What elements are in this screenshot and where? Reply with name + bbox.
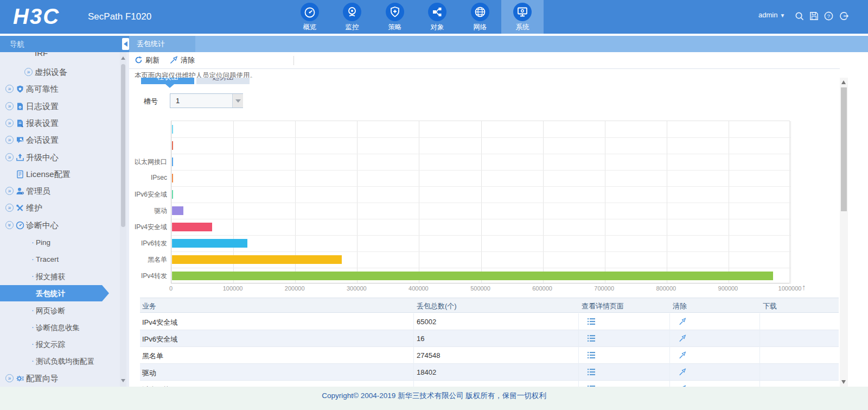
logout-icon[interactable] — [839, 11, 849, 21]
sidebar-item-日志设置[interactable]: »日志设置 — [0, 98, 119, 115]
chart-tab-bar[interactable]: 柱状图 — [141, 78, 194, 84]
expand-chevron-icon[interactable]: » — [5, 85, 14, 93]
upload-icon — [16, 153, 24, 162]
sidebar-item-诊断信息收集[interactable]: ·诊断信息收集 — [0, 319, 119, 336]
maintain-tools-icon — [16, 204, 24, 212]
product-title: SecPath F1020 — [88, 11, 151, 22]
expand-chevron-icon[interactable]: » — [5, 153, 14, 161]
collapse-chevron-icon[interactable]: » — [5, 221, 14, 229]
wizard-gear-icon — [16, 374, 24, 383]
sidebar-item-Ping[interactable]: ·Ping — [0, 235, 119, 251]
monitor-camera-icon — [343, 3, 361, 21]
bar-IPv6转发[interactable] — [172, 239, 247, 248]
top-nav-label: 策略 — [374, 23, 416, 32]
sidebar-item-虚拟设备[interactable]: »虚拟设备 — [0, 64, 119, 80]
sidebar-item-配置向导[interactable]: »配置向导 — [0, 370, 119, 387]
tab-packet-loss-statistics[interactable]: 丢包统计 — [129, 36, 195, 52]
sidebar-item-License配置[interactable]: License配置 — [0, 166, 119, 182]
bar-row1[interactable] — [172, 141, 173, 150]
scroll-down-icon[interactable] — [841, 380, 846, 384]
sidebar-item-诊断中心[interactable]: »诊断中心 — [0, 217, 119, 234]
clear-row-icon[interactable] — [678, 335, 687, 342]
header-bar: H3C SecPath F1020 admin▼ ? 概览监控策略对象网络系统 — [0, 0, 868, 34]
axis-scroll-up-icon[interactable]: ↑ — [802, 282, 806, 292]
bar-驱动[interactable] — [172, 206, 183, 215]
sidebar-item-label: License配置 — [26, 169, 71, 180]
top-nav-item-5[interactable]: 网络 — [459, 0, 501, 34]
sidebar-item-升级中心[interactable]: »升级中心 — [0, 149, 119, 166]
expand-chevron-icon[interactable]: » — [5, 119, 14, 127]
top-nav-item-3[interactable]: 策略 — [374, 0, 416, 34]
bullet-icon: · — [31, 238, 34, 247]
bar-row0[interactable] — [172, 125, 173, 134]
sidebar-item-报表设置[interactable]: »报表设置 — [0, 115, 119, 131]
scroll-down-icon[interactable] — [121, 379, 125, 382]
expand-chevron-icon[interactable]: » — [5, 204, 14, 212]
content-scroll-thumb[interactable] — [841, 87, 847, 211]
sidebar-item-Tracert[interactable]: ·Tracert — [0, 251, 119, 268]
sidebar-item-丢包统计[interactable]: 丢包统计 — [0, 285, 102, 301]
clear-row-icon[interactable] — [678, 351, 687, 359]
row-gridline — [171, 219, 790, 219]
clear-button[interactable]: 清除 — [170, 52, 195, 68]
bar-黑名单[interactable] — [172, 255, 342, 264]
column-divider — [760, 347, 760, 364]
clear-row-icon[interactable] — [678, 318, 687, 325]
cell-drop-count: 16 — [417, 335, 424, 343]
column-divider — [669, 313, 670, 330]
sidebar-item-管理员[interactable]: »管理员 — [0, 183, 119, 199]
globe-icon — [471, 3, 489, 21]
refresh-button[interactable]: 刷新 — [135, 52, 159, 68]
bullet-icon: · — [31, 272, 34, 280]
expand-chevron-icon[interactable]: » — [5, 187, 14, 195]
top-nav-item-4[interactable]: 对象 — [416, 0, 458, 34]
sidebar-item-网页诊断[interactable]: ·网页诊断 — [0, 302, 119, 319]
bar-以太网接口[interactable] — [172, 157, 173, 166]
sidebar-item-高可靠性[interactable]: »高可靠性 — [0, 81, 119, 97]
h3c-logo: H3C — [13, 4, 60, 29]
active-tab-notch — [165, 84, 174, 88]
dropdown-arrow-icon[interactable] — [232, 94, 243, 108]
search-icon[interactable] — [794, 11, 805, 21]
slot-label: 槽号 — [144, 97, 158, 106]
slot-select[interactable]: 1 — [170, 93, 243, 108]
help-icon[interactable]: ? — [824, 11, 834, 21]
top-nav-label: 网络 — [459, 23, 501, 32]
sidebar-item-label: 日志设置 — [26, 102, 59, 112]
scroll-up-icon[interactable] — [121, 56, 125, 60]
column-divider — [578, 381, 579, 387]
admin-menu[interactable]: admin▼ — [758, 11, 785, 19]
top-nav-item-2[interactable]: 监控 — [331, 0, 373, 34]
view-detail-icon[interactable] — [587, 335, 596, 342]
expand-chevron-icon[interactable]: » — [24, 68, 33, 76]
top-nav-item-1[interactable]: 概览 — [289, 0, 331, 34]
view-detail-icon[interactable] — [587, 318, 596, 325]
bar-IPv4安全域[interactable] — [172, 223, 212, 231]
top-nav-item-6[interactable]: 系统 — [501, 0, 544, 34]
diagnose-gauge-icon — [16, 221, 24, 230]
view-detail-icon[interactable] — [587, 351, 596, 359]
expand-chevron-icon[interactable]: » — [5, 102, 14, 110]
scroll-up-icon[interactable] — [841, 80, 846, 84]
content-scrollbar[interactable] — [840, 78, 848, 387]
sidebar-item-IRF[interactable]: IRF — [0, 52, 119, 61]
sidebar-item-测试负载均衡配置[interactable]: ·测试负载均衡配置 — [0, 353, 119, 369]
expand-chevron-icon[interactable]: » — [5, 374, 14, 382]
sidebar-scroll-thumb[interactable] — [121, 64, 125, 227]
clear-row-icon[interactable] — [678, 368, 687, 376]
save-icon[interactable] — [809, 11, 819, 21]
bar-IPv4转发[interactable] — [172, 272, 773, 280]
sidebar-item-报文捕获[interactable]: ·报文捕获 — [0, 268, 119, 285]
sidebar-scrollbar[interactable] — [120, 52, 126, 387]
chart-tab-trend[interactable]: 趋势图 — [196, 78, 250, 84]
sidebar-item-维护[interactable]: »维护 — [0, 200, 119, 216]
sidebar-collapse-icon[interactable] — [122, 38, 129, 50]
bar-IPsec[interactable] — [172, 174, 173, 182]
view-detail-icon[interactable] — [587, 368, 596, 376]
toolbar: 刷新 清除 — [129, 52, 840, 69]
sidebar-item-会话设置[interactable]: »会话设置 — [0, 132, 119, 148]
bar-IPv6安全域[interactable] — [172, 190, 173, 199]
cell-service: 驱动 — [142, 368, 156, 378]
sidebar-item-报文示踪[interactable]: ·报文示踪 — [0, 336, 119, 352]
expand-chevron-icon[interactable]: » — [5, 136, 14, 144]
